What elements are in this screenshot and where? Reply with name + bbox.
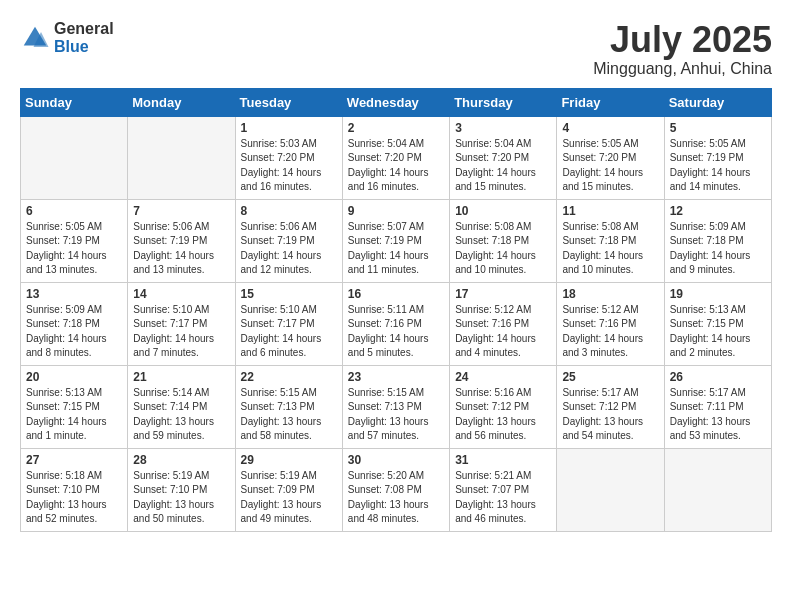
day-info: Sunrise: 5:12 AM Sunset: 7:16 PM Dayligh… xyxy=(562,303,658,361)
day-info: Sunrise: 5:20 AM Sunset: 7:08 PM Dayligh… xyxy=(348,469,444,527)
day-number: 18 xyxy=(562,287,658,301)
page-header: General Blue July 2025 Mingguang, Anhui,… xyxy=(20,20,772,78)
day-number: 31 xyxy=(455,453,551,467)
day-info: Sunrise: 5:18 AM Sunset: 7:10 PM Dayligh… xyxy=(26,469,122,527)
calendar-day-cell: 13Sunrise: 5:09 AM Sunset: 7:18 PM Dayli… xyxy=(21,282,128,365)
day-info: Sunrise: 5:19 AM Sunset: 7:10 PM Dayligh… xyxy=(133,469,229,527)
logo-general-text: General xyxy=(54,20,114,38)
calendar-day-cell: 2Sunrise: 5:04 AM Sunset: 7:20 PM Daylig… xyxy=(342,116,449,199)
calendar-week-row: 27Sunrise: 5:18 AM Sunset: 7:10 PM Dayli… xyxy=(21,448,772,531)
calendar-day-cell: 22Sunrise: 5:15 AM Sunset: 7:13 PM Dayli… xyxy=(235,365,342,448)
title-block: July 2025 Mingguang, Anhui, China xyxy=(593,20,772,78)
weekday-header-sunday: Sunday xyxy=(21,88,128,116)
day-number: 25 xyxy=(562,370,658,384)
day-number: 7 xyxy=(133,204,229,218)
calendar-day-cell: 12Sunrise: 5:09 AM Sunset: 7:18 PM Dayli… xyxy=(664,199,771,282)
calendar-day-cell: 26Sunrise: 5:17 AM Sunset: 7:11 PM Dayli… xyxy=(664,365,771,448)
calendar-day-cell xyxy=(128,116,235,199)
day-info: Sunrise: 5:17 AM Sunset: 7:11 PM Dayligh… xyxy=(670,386,766,444)
day-number: 13 xyxy=(26,287,122,301)
day-info: Sunrise: 5:04 AM Sunset: 7:20 PM Dayligh… xyxy=(348,137,444,195)
day-info: Sunrise: 5:13 AM Sunset: 7:15 PM Dayligh… xyxy=(670,303,766,361)
calendar-table: SundayMondayTuesdayWednesdayThursdayFrid… xyxy=(20,88,772,532)
logo-text: General Blue xyxy=(54,20,114,55)
day-info: Sunrise: 5:12 AM Sunset: 7:16 PM Dayligh… xyxy=(455,303,551,361)
day-info: Sunrise: 5:03 AM Sunset: 7:20 PM Dayligh… xyxy=(241,137,337,195)
day-info: Sunrise: 5:05 AM Sunset: 7:19 PM Dayligh… xyxy=(26,220,122,278)
calendar-day-cell xyxy=(557,448,664,531)
calendar-title: July 2025 xyxy=(593,20,772,60)
calendar-day-cell: 28Sunrise: 5:19 AM Sunset: 7:10 PM Dayli… xyxy=(128,448,235,531)
day-number: 5 xyxy=(670,121,766,135)
day-info: Sunrise: 5:06 AM Sunset: 7:19 PM Dayligh… xyxy=(133,220,229,278)
day-number: 28 xyxy=(133,453,229,467)
day-number: 16 xyxy=(348,287,444,301)
weekday-header-saturday: Saturday xyxy=(664,88,771,116)
calendar-day-cell xyxy=(664,448,771,531)
calendar-day-cell: 25Sunrise: 5:17 AM Sunset: 7:12 PM Dayli… xyxy=(557,365,664,448)
day-info: Sunrise: 5:08 AM Sunset: 7:18 PM Dayligh… xyxy=(455,220,551,278)
day-info: Sunrise: 5:09 AM Sunset: 7:18 PM Dayligh… xyxy=(670,220,766,278)
calendar-day-cell: 29Sunrise: 5:19 AM Sunset: 7:09 PM Dayli… xyxy=(235,448,342,531)
logo-icon xyxy=(20,23,50,53)
calendar-day-cell: 21Sunrise: 5:14 AM Sunset: 7:14 PM Dayli… xyxy=(128,365,235,448)
calendar-day-cell: 18Sunrise: 5:12 AM Sunset: 7:16 PM Dayli… xyxy=(557,282,664,365)
weekday-header-friday: Friday xyxy=(557,88,664,116)
day-info: Sunrise: 5:10 AM Sunset: 7:17 PM Dayligh… xyxy=(241,303,337,361)
calendar-week-row: 20Sunrise: 5:13 AM Sunset: 7:15 PM Dayli… xyxy=(21,365,772,448)
day-info: Sunrise: 5:17 AM Sunset: 7:12 PM Dayligh… xyxy=(562,386,658,444)
day-number: 30 xyxy=(348,453,444,467)
day-number: 1 xyxy=(241,121,337,135)
day-number: 15 xyxy=(241,287,337,301)
logo: General Blue xyxy=(20,20,114,55)
day-number: 21 xyxy=(133,370,229,384)
calendar-day-cell: 20Sunrise: 5:13 AM Sunset: 7:15 PM Dayli… xyxy=(21,365,128,448)
calendar-day-cell: 5Sunrise: 5:05 AM Sunset: 7:19 PM Daylig… xyxy=(664,116,771,199)
day-number: 23 xyxy=(348,370,444,384)
day-info: Sunrise: 5:13 AM Sunset: 7:15 PM Dayligh… xyxy=(26,386,122,444)
day-info: Sunrise: 5:04 AM Sunset: 7:20 PM Dayligh… xyxy=(455,137,551,195)
day-info: Sunrise: 5:05 AM Sunset: 7:20 PM Dayligh… xyxy=(562,137,658,195)
day-info: Sunrise: 5:05 AM Sunset: 7:19 PM Dayligh… xyxy=(670,137,766,195)
day-number: 19 xyxy=(670,287,766,301)
day-info: Sunrise: 5:10 AM Sunset: 7:17 PM Dayligh… xyxy=(133,303,229,361)
day-info: Sunrise: 5:19 AM Sunset: 7:09 PM Dayligh… xyxy=(241,469,337,527)
day-info: Sunrise: 5:21 AM Sunset: 7:07 PM Dayligh… xyxy=(455,469,551,527)
calendar-week-row: 1Sunrise: 5:03 AM Sunset: 7:20 PM Daylig… xyxy=(21,116,772,199)
calendar-day-cell: 11Sunrise: 5:08 AM Sunset: 7:18 PM Dayli… xyxy=(557,199,664,282)
day-number: 8 xyxy=(241,204,337,218)
calendar-day-cell: 8Sunrise: 5:06 AM Sunset: 7:19 PM Daylig… xyxy=(235,199,342,282)
day-info: Sunrise: 5:16 AM Sunset: 7:12 PM Dayligh… xyxy=(455,386,551,444)
day-info: Sunrise: 5:08 AM Sunset: 7:18 PM Dayligh… xyxy=(562,220,658,278)
day-number: 2 xyxy=(348,121,444,135)
day-number: 10 xyxy=(455,204,551,218)
day-info: Sunrise: 5:06 AM Sunset: 7:19 PM Dayligh… xyxy=(241,220,337,278)
weekday-header-monday: Monday xyxy=(128,88,235,116)
day-number: 12 xyxy=(670,204,766,218)
calendar-day-cell: 14Sunrise: 5:10 AM Sunset: 7:17 PM Dayli… xyxy=(128,282,235,365)
calendar-day-cell: 15Sunrise: 5:10 AM Sunset: 7:17 PM Dayli… xyxy=(235,282,342,365)
calendar-day-cell: 24Sunrise: 5:16 AM Sunset: 7:12 PM Dayli… xyxy=(450,365,557,448)
day-number: 9 xyxy=(348,204,444,218)
calendar-day-cell: 23Sunrise: 5:15 AM Sunset: 7:13 PM Dayli… xyxy=(342,365,449,448)
calendar-week-row: 13Sunrise: 5:09 AM Sunset: 7:18 PM Dayli… xyxy=(21,282,772,365)
day-info: Sunrise: 5:15 AM Sunset: 7:13 PM Dayligh… xyxy=(348,386,444,444)
day-number: 24 xyxy=(455,370,551,384)
day-number: 27 xyxy=(26,453,122,467)
day-number: 29 xyxy=(241,453,337,467)
calendar-day-cell: 6Sunrise: 5:05 AM Sunset: 7:19 PM Daylig… xyxy=(21,199,128,282)
calendar-day-cell: 17Sunrise: 5:12 AM Sunset: 7:16 PM Dayli… xyxy=(450,282,557,365)
day-number: 11 xyxy=(562,204,658,218)
calendar-day-cell: 3Sunrise: 5:04 AM Sunset: 7:20 PM Daylig… xyxy=(450,116,557,199)
weekday-header-tuesday: Tuesday xyxy=(235,88,342,116)
calendar-subtitle: Mingguang, Anhui, China xyxy=(593,60,772,78)
calendar-day-cell: 7Sunrise: 5:06 AM Sunset: 7:19 PM Daylig… xyxy=(128,199,235,282)
calendar-day-cell: 16Sunrise: 5:11 AM Sunset: 7:16 PM Dayli… xyxy=(342,282,449,365)
calendar-day-cell: 30Sunrise: 5:20 AM Sunset: 7:08 PM Dayli… xyxy=(342,448,449,531)
weekday-header-wednesday: Wednesday xyxy=(342,88,449,116)
day-number: 26 xyxy=(670,370,766,384)
day-number: 3 xyxy=(455,121,551,135)
calendar-day-cell xyxy=(21,116,128,199)
calendar-day-cell: 10Sunrise: 5:08 AM Sunset: 7:18 PM Dayli… xyxy=(450,199,557,282)
day-number: 4 xyxy=(562,121,658,135)
